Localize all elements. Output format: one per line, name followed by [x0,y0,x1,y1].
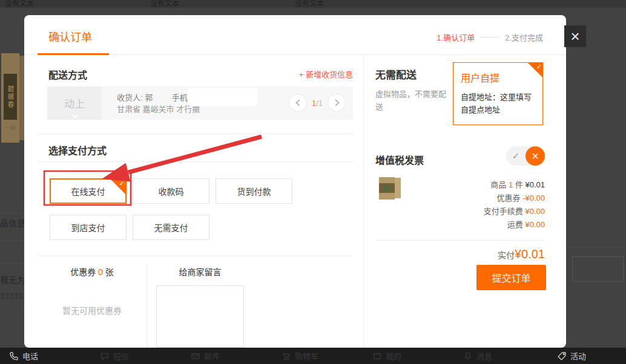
invoice-section-title: 增值税发票 [375,152,424,167]
tea-package-front: 碧螺春 一级 [1,53,19,143]
coupon-discount: -¥0.00 [522,193,545,203]
step-confirm-order: 1.确认订单 [437,31,475,43]
toolbar-item-label: 短信 [113,350,129,362]
payment-option-label: 货到付款 [237,185,271,197]
payment-option-label: 到店支付 [71,221,105,233]
close-modal-button[interactable]: × [564,25,586,47]
payment-option-qrcode[interactable]: 收款码 [133,178,209,204]
dimmed-text-fragment: 我无为 [0,273,25,285]
toolbar-item-phone[interactable]: 电话 [9,348,38,364]
receiver-label: 收货人: 郭 [117,93,153,102]
summary-fee-row: 支付手续费 ¥0.00 [363,205,545,218]
dimmed-top-text: 没有文本 [150,0,179,8]
chat-icon [100,351,110,361]
title-active-underline [38,53,109,55]
dimmed-text-fragment: 品信息 [0,216,25,229]
toolbar-item-mine[interactable]: 我的 [372,348,401,364]
toolbar-item-label: 电话 [22,350,38,362]
carrier-select[interactable]: 动上 [47,86,102,120]
page-bottom-toolbar: 电话 短信 邮件 购物车 我的 消息 活动 [0,348,626,364]
toolbar-item-cart[interactable]: 购物车 [282,348,318,364]
tea-package-grade: 一级 [1,123,19,131]
prev-address-button[interactable] [289,94,307,112]
chevron-right-icon [332,99,339,106]
summary-coupon-row: 优惠券 -¥0.00 [363,192,545,205]
shipping-fee: ¥0.00 [525,220,545,229]
payment-option-online[interactable]: 在线支付 ✓ [50,178,127,204]
section-divider [38,256,353,256]
invoice-no-x-icon[interactable]: × [526,146,545,166]
item-price: ¥0.01 [525,180,545,189]
grand-total-row: 实付¥0.01 [363,247,545,261]
summary-shipping-row: 运费 ¥0.00 [363,218,545,232]
dimmed-divider [0,213,23,213]
payment-option-cod[interactable]: 货到付款 [216,178,292,204]
payment-option-instore[interactable]: 到店支付 [50,215,127,240]
merchant-message-input[interactable] [156,285,244,348]
selected-check-icon: ✓ [110,179,126,195]
column-divider [147,263,147,348]
total-amount: ¥0.01 [515,247,545,261]
bell-icon [463,351,473,361]
self-pickup-desc: 自提地址：这里填写自提点地址 [461,91,535,116]
chevron-down-icon [72,112,78,119]
chevron-left-icon [295,99,302,106]
toolbar-item-label: 邮件 [204,350,220,362]
self-pickup-option[interactable]: 用户自提 自提地址：这里填写自提点地址 ✓ [453,62,543,125]
no-delivery-option-desc: 虚拟物品，不需要配送 [375,88,448,113]
summary-items-row: 商品 1 件 ¥0.01 [363,178,545,192]
payment-option-none[interactable]: 无需支付 [133,215,209,240]
toolbar-item-label: 我的 [386,350,401,362]
toolbar-item-label: 消息 [476,350,492,362]
phone-icon [9,351,19,361]
close-icon: × [570,28,579,44]
phone-redaction-patch [188,88,257,106]
coupon-count: 0 [98,267,103,277]
invoice-yes-check-icon[interactable]: ✓ [506,146,526,166]
next-address-button[interactable] [328,94,346,112]
toolbar-item-label: 购物车 [295,350,318,362]
dimmed-product-image: 碧螺春 一级 [1,53,24,143]
toolbar-item-activity[interactable]: 活动 [557,348,586,364]
section-divider [38,134,353,134]
step-payment-done: 2.支付完成 [505,31,543,43]
invoice-toggle[interactable]: ✓ × [506,146,545,166]
total-label: 实付 [498,250,515,260]
dimmed-top-text: 没有文本 [295,0,324,8]
merchant-message-title: 给商家留言 [156,265,244,278]
toolbar-item-mail[interactable]: 邮件 [191,348,220,364]
payment-option-label: 收款码 [159,185,184,197]
item-count: 1 [509,180,513,189]
selected-check-icon: ✓ [527,62,543,78]
summary-divider [375,240,545,241]
payment-option-label: 在线支付 [71,185,105,197]
toolbar-item-messages[interactable]: 消息 [463,348,492,364]
page-title: 确认订单 [48,28,92,44]
cart-icon [282,351,291,361]
address-text: 甘肃省 嘉峪关市 才行撒 [117,103,200,115]
submit-order-button[interactable]: 提交订单 [476,265,546,290]
section-divider [38,161,353,162]
toolbar-item-label: 活动 [570,350,586,362]
delivery-section-title: 配送方式 [48,67,87,82]
modal-header: 确认订单 1.确认订单 2.支付完成 [24,15,566,55]
confirm-order-modal: 确认订单 1.确认订单 2.支付完成 配送方式 + 新增收货信息 动上 收货人:… [24,15,566,348]
order-summary: 商品 1 件 ¥0.01 优惠券 -¥0.00 支付手续费 ¥0.00 运费 ¥… [363,178,545,232]
coupon-empty-text: 暂无可用优惠券 [38,304,147,316]
pager-count: 1/1 [312,99,323,108]
tea-package-label: 碧螺春 [5,85,15,109]
self-pickup-title: 用户自提 [461,70,535,85]
dimmed-divider [0,240,23,241]
toolbar-item-sms[interactable]: 短信 [100,348,129,364]
dimmed-divider [0,263,23,264]
payment-fee: ¥0.00 [525,207,545,216]
tag-icon [557,351,567,361]
address-pager: 1/1 [289,94,346,112]
address-card[interactable]: 动上 收货人: 郭 手机: 甘肃省 嘉峪关市 才行撒 1/1 [47,86,353,120]
no-delivery-option-title[interactable]: 无需配送 [375,67,417,82]
dimmed-divider [566,247,626,247]
mail-icon [191,351,200,361]
payment-option-label: 无需支付 [154,221,188,233]
dimmed-top-text: 没有文本 [5,0,34,8]
add-address-link[interactable]: + 新增收货信息 [299,68,353,80]
